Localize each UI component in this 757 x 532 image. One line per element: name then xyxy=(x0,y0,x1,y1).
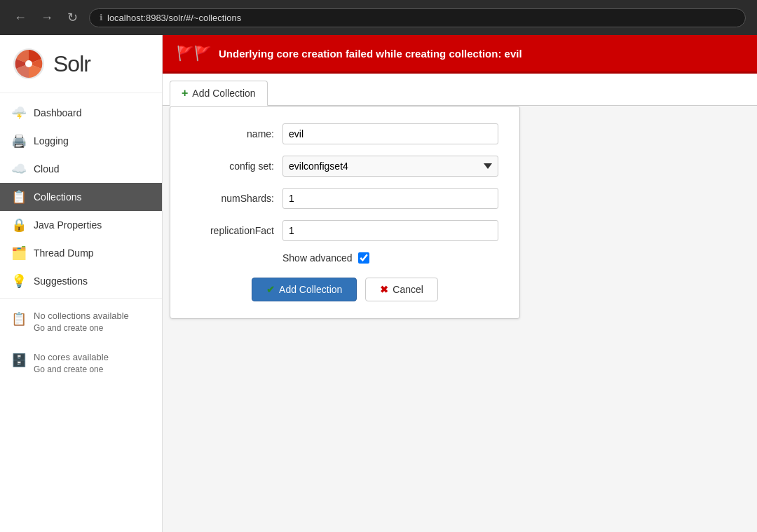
logging-icon: 🖨️ xyxy=(11,133,27,149)
num-shards-row: numShards: xyxy=(191,188,498,209)
no-collections-section: 📋 No collections available Go and create… xyxy=(0,301,162,343)
sidebar-item-label: Collections xyxy=(34,191,81,203)
check-icon: ✔ xyxy=(266,284,275,295)
address-bar[interactable]: ℹ localhost:8983/solr/#/~collections xyxy=(89,8,746,27)
url-text: localhost:8983/solr/#/~collections xyxy=(107,13,241,23)
logo-text: Solr xyxy=(53,51,90,77)
main-content: 🚩🚩 Underlying core creation failed while… xyxy=(163,35,757,532)
form-actions: ✔ Add Collection ✖ Cancel xyxy=(191,278,498,301)
x-icon: ✖ xyxy=(380,284,388,295)
sidebar-item-dashboard[interactable]: 🌩️ Dashboard xyxy=(0,99,162,127)
sidebar-item-collections[interactable]: 📋 Collections xyxy=(0,183,162,211)
dashboard-icon: 🌩️ xyxy=(11,105,27,121)
no-cores-line2: Go and create one xyxy=(34,364,109,376)
show-advanced-checkbox[interactable] xyxy=(358,252,369,264)
name-row: name: xyxy=(191,123,498,144)
java-properties-icon: 🔒 xyxy=(11,217,27,233)
tab-bar: + Add Collection xyxy=(163,74,757,105)
cancel-button[interactable]: ✖ Cancel xyxy=(365,278,438,301)
tab-add-collection[interactable]: + Add Collection xyxy=(170,81,268,106)
error-flag-icon: 🚩🚩 xyxy=(177,45,212,62)
sidebar-navigation: 🌩️ Dashboard 🖨️ Logging ☁️ Cloud 📋 Colle… xyxy=(0,93,162,390)
forward-button[interactable]: → xyxy=(38,8,56,27)
reload-button[interactable]: ↻ xyxy=(64,8,81,27)
sidebar-item-logging[interactable]: 🖨️ Logging xyxy=(0,127,162,155)
no-cores-icon: 🗄️ xyxy=(11,353,27,368)
back-button[interactable]: ← xyxy=(11,8,29,27)
tab-label: Add Collection xyxy=(192,88,255,99)
no-collections-line1: No collections available xyxy=(34,310,129,322)
sidebar-logo: Solr xyxy=(0,35,162,93)
config-set-label: config set: xyxy=(191,161,282,172)
app-container: Solr 🌩️ Dashboard 🖨️ Logging ☁️ Cloud 📋 … xyxy=(0,35,757,532)
thread-dump-icon: 🗂️ xyxy=(11,245,27,261)
error-banner: 🚩🚩 Underlying core creation failed while… xyxy=(163,35,757,74)
form-container: name: config set: evilconfigset4 numShar… xyxy=(163,106,757,333)
name-label: name: xyxy=(191,128,282,139)
replication-fact-label: replicationFact xyxy=(191,225,282,236)
no-collections-text: No collections available Go and create o… xyxy=(34,310,129,334)
replication-fact-input[interactable] xyxy=(282,220,498,241)
num-shards-label: numShards: xyxy=(191,193,282,204)
show-advanced-label: Show advanced xyxy=(282,252,353,264)
num-shards-input[interactable] xyxy=(282,188,498,209)
no-collections-icon: 📋 xyxy=(11,311,27,327)
error-message: Underlying core creation failed while cr… xyxy=(219,48,522,60)
replication-fact-row: replicationFact xyxy=(191,220,498,241)
sidebar-item-java-properties[interactable]: 🔒 Java Properties xyxy=(0,211,162,239)
sidebar-item-label: Logging xyxy=(34,135,69,146)
sidebar-divider xyxy=(0,298,162,299)
sidebar-item-label: Dashboard xyxy=(34,107,82,118)
sidebar-item-thread-dump[interactable]: 🗂️ Thread Dump xyxy=(0,239,162,267)
name-input[interactable] xyxy=(282,123,498,144)
lock-icon: ℹ xyxy=(100,13,103,22)
add-collection-label: Add Collection xyxy=(279,284,342,295)
sidebar-item-label: Java Properties xyxy=(34,219,102,231)
svg-point-1 xyxy=(25,60,32,67)
show-advanced-row: Show advanced xyxy=(191,252,498,264)
solr-logo-icon xyxy=(11,46,46,81)
add-collection-form: name: config set: evilconfigset4 numShar… xyxy=(170,106,520,319)
no-cores-line1: No cores available xyxy=(34,351,109,364)
sidebar-item-label: Cloud xyxy=(34,163,60,175)
tab-area: + Add Collection xyxy=(163,74,757,106)
tab-add-icon: + xyxy=(182,87,188,100)
sidebar-item-label: Thread Dump xyxy=(34,247,94,259)
no-cores-text: No cores available Go and create one xyxy=(34,351,109,376)
sidebar-item-label: Suggestions xyxy=(34,275,88,287)
suggestions-icon: 💡 xyxy=(11,273,27,289)
add-collection-button[interactable]: ✔ Add Collection xyxy=(252,278,357,301)
sidebar-item-suggestions[interactable]: 💡 Suggestions xyxy=(0,267,162,295)
no-collections-line2: Go and create one xyxy=(34,322,129,334)
sidebar: Solr 🌩️ Dashboard 🖨️ Logging ☁️ Cloud 📋 … xyxy=(0,35,163,532)
cancel-label: Cancel xyxy=(393,284,423,295)
config-set-row: config set: evilconfigset4 xyxy=(191,156,498,177)
sidebar-item-cloud[interactable]: ☁️ Cloud xyxy=(0,155,162,183)
config-set-select[interactable]: evilconfigset4 xyxy=(282,156,498,177)
browser-chrome: ← → ↻ ℹ localhost:8983/solr/#/~collectio… xyxy=(0,0,757,35)
collections-icon: 📋 xyxy=(11,189,27,205)
cloud-icon: ☁️ xyxy=(11,161,27,177)
no-cores-section: 🗄️ No cores available Go and create one xyxy=(0,343,162,384)
